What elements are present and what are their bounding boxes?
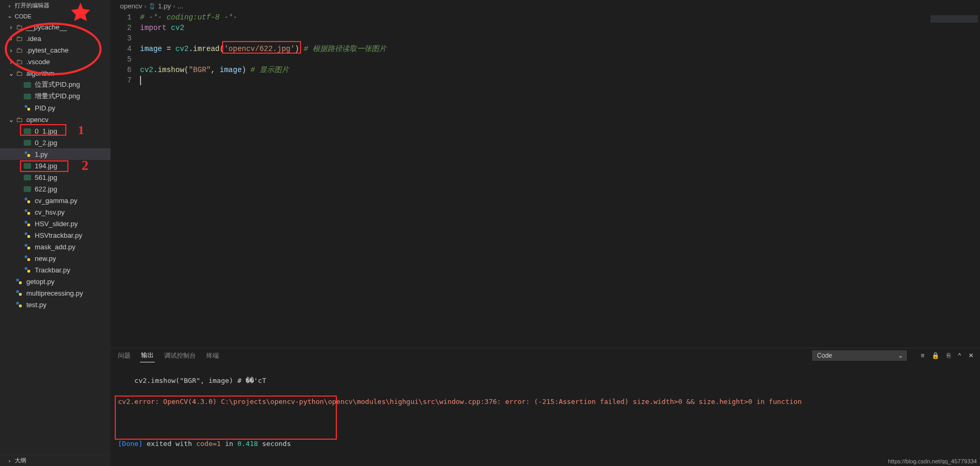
breadcrumb-folder[interactable]: opencv	[120, 2, 142, 10]
tree-item-mask-add-py[interactable]: mask_add.py	[0, 241, 111, 252]
tree-item-label: test.py	[26, 301, 46, 309]
open-editors-header[interactable]: › 打开的编辑器	[0, 0, 111, 11]
annotation-number-2: 2	[82, 158, 88, 174]
breadcrumb-file[interactable]: 1.py	[158, 2, 171, 10]
image-icon	[23, 163, 32, 169]
python-icon	[15, 289, 23, 297]
breadcrumb-more[interactable]: ...	[177, 2, 183, 10]
tree-item-label: Trackbar.py	[35, 266, 70, 274]
tree-item-algorithm[interactable]: ⌄🗀algorithm	[0, 67, 111, 79]
filter-icon[interactable]: ≡	[921, 352, 924, 359]
python-icon	[148, 3, 156, 10]
tree-item-622-jpg[interactable]: 622.jpg	[0, 183, 111, 195]
tree-item-label: algorithm	[26, 69, 54, 77]
tree-item-pid-py[interactable]: PID.py	[0, 102, 111, 114]
tree-item-cv-hsv-py[interactable]: cv_hsv.py	[0, 206, 111, 218]
image-icon	[23, 82, 32, 88]
tree-item-hsvtrackbar-py[interactable]: HSVtrackbar.py	[0, 229, 111, 241]
line-number: 7	[111, 75, 132, 86]
tree-item-opencv[interactable]: ⌄🗀opencv	[0, 114, 111, 125]
folder-icon: 🗀	[15, 58, 23, 66]
tab-output[interactable]: 输出	[140, 349, 155, 362]
svg-rect-8	[25, 221, 27, 224]
explorer-sidebar: › 打开的编辑器 ⌄ CODE ›🗀__pycache__›🗀.idea›🗀.p…	[0, 0, 111, 466]
code-body[interactable]: # -*- coding:utf-8 -*- import cv2 image …	[140, 12, 980, 348]
svg-rect-7	[27, 212, 30, 215]
tree-item--idea[interactable]: ›🗀.idea	[0, 33, 111, 44]
svg-rect-19	[19, 281, 22, 284]
python-icon	[23, 197, 32, 204]
python-icon	[15, 301, 23, 308]
tree-item--pid-png[interactable]: 增量式PID.png	[0, 90, 111, 102]
svg-rect-10	[25, 232, 27, 235]
svg-rect-21	[19, 293, 22, 296]
tree-item-561-jpg[interactable]: 561.jpg	[0, 171, 111, 183]
open-editors-label: 打开的编辑器	[15, 2, 49, 9]
tree-item-label: .vscode	[26, 58, 50, 66]
tree-item-label: 1.py	[35, 150, 48, 158]
terminal-line: [Done] exited with code=1 in 0.418 secon…	[118, 439, 973, 449]
minimap[interactable]	[931, 15, 978, 23]
maximize-icon[interactable]: ^	[958, 352, 961, 359]
tree-item-label: cv_hsv.py	[35, 208, 65, 216]
tree-item-0-1-jpg[interactable]: 0_1.jpg	[0, 125, 111, 137]
output-channel-select[interactable]: Code⌄	[812, 350, 907, 361]
output-terminal[interactable]: cv2.imshow("BGR", image) # ��'cT cv2.err…	[111, 363, 980, 466]
image-icon	[23, 128, 32, 134]
svg-rect-17	[27, 270, 30, 272]
tree-item-test-py[interactable]: test.py	[0, 299, 111, 310]
python-icon	[23, 266, 32, 273]
svg-rect-0	[25, 105, 27, 108]
svg-rect-18	[16, 279, 19, 281]
tab-debug-console[interactable]: 调试控制台	[163, 349, 197, 362]
tree-item--vscode[interactable]: ›🗀.vscode	[0, 56, 111, 67]
tree-item--pycache-[interactable]: ›🗀__pycache__	[0, 21, 111, 33]
chevron-right-icon: ›	[7, 23, 15, 31]
outline-header[interactable]: › 大纲	[0, 454, 111, 466]
file-tree[interactable]: ›🗀__pycache__›🗀.idea›🗀.pytest_cache›🗀.vs…	[0, 21, 111, 454]
tree-item-cv-gamma-py[interactable]: cv_gamma.py	[0, 195, 111, 206]
tab-terminal[interactable]: 终端	[205, 349, 220, 362]
code-keyword: import	[140, 24, 166, 32]
tree-item--pytest-cache[interactable]: ›🗀.pytest_cache	[0, 44, 111, 56]
svg-rect-13	[27, 247, 30, 249]
folder-root-header[interactable]: ⌄ CODE	[0, 11, 111, 21]
folder-icon: 🗀	[15, 46, 23, 54]
tree-item-label: HSV_slider.py	[35, 220, 78, 228]
tree-item-1-py[interactable]: 1.py	[0, 148, 111, 160]
chevron-right-icon: ›	[173, 2, 175, 10]
python-icon	[15, 278, 23, 285]
code-editor[interactable]: 1234567 # -*- coding:utf-8 -*- import cv…	[111, 12, 980, 348]
close-icon[interactable]: ✕	[968, 352, 974, 359]
tab-problems[interactable]: 问题	[117, 349, 132, 362]
tree-item-trackbar-py[interactable]: Trackbar.py	[0, 264, 111, 276]
python-icon	[23, 243, 32, 250]
tree-item-label: 0_1.jpg	[35, 127, 57, 135]
python-icon	[23, 255, 32, 262]
folder-icon: 🗀	[15, 23, 23, 31]
svg-point-25	[153, 8, 153, 8]
clear-icon[interactable]: ⎘	[947, 352, 951, 359]
tree-item--pid-png[interactable]: 位置式PID.png	[0, 79, 111, 90]
svg-rect-11	[27, 235, 30, 238]
tree-item-194-jpg[interactable]: 194.jpg	[0, 160, 111, 171]
svg-rect-22	[16, 302, 19, 305]
svg-rect-9	[27, 224, 30, 226]
tree-item-new-py[interactable]: new.py	[0, 252, 111, 264]
tree-item-getopt-py[interactable]: getopt.py	[0, 276, 111, 287]
tree-item-multiprecessing-py[interactable]: multiprecessing.py	[0, 287, 111, 299]
tree-item-0-2-jpg[interactable]: 0_2.jpg	[0, 137, 111, 148]
lock-icon[interactable]: 🔒	[932, 352, 939, 359]
image-icon	[23, 140, 32, 146]
line-number: 3	[111, 33, 132, 44]
tree-item-hsv-slider-py[interactable]: HSV_slider.py	[0, 218, 111, 229]
chevron-right-icon: ›	[7, 46, 15, 54]
terminal-line: cv2.imshow("BGR", image) # ��'cT	[118, 376, 973, 386]
svg-rect-15	[27, 258, 30, 261]
chevron-down-icon: ⌄	[898, 352, 903, 359]
breadcrumb[interactable]: opencv › 1.py › ...	[111, 0, 980, 12]
folder-root-label: CODE	[15, 13, 32, 19]
image-icon	[23, 94, 32, 99]
tree-item-label: .idea	[26, 35, 41, 43]
python-icon	[23, 208, 32, 216]
